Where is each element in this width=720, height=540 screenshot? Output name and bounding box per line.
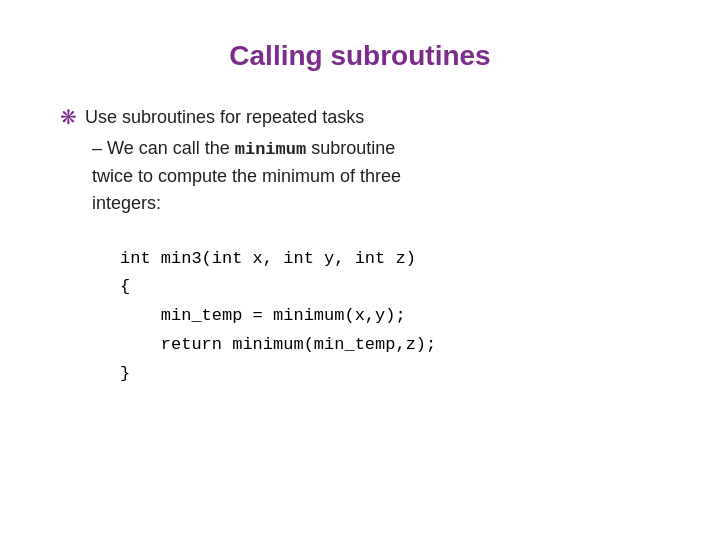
sub-line1-prefix: – We can call the: [92, 138, 235, 158]
code-line-2: {: [120, 273, 660, 302]
slide-title: Calling subroutines: [60, 40, 660, 72]
code-line-3: min_temp = minimum(x,y);: [120, 302, 660, 331]
code-line-4: return minimum(min_temp,z);: [120, 331, 660, 360]
sub-bullet-line1: – We can call the minimum subroutine: [92, 135, 660, 163]
sub-bullet-group: – We can call the minimum subroutine twi…: [92, 135, 660, 217]
slide-content: ❋ Use subroutines for repeated tasks – W…: [60, 104, 660, 389]
slide: Calling subroutines ❋ Use subroutines fo…: [0, 0, 720, 540]
bullet-star-icon: ❋: [60, 105, 77, 129]
code-line-1: int min3(int x, int y, int z): [120, 245, 660, 274]
main-bullet: ❋ Use subroutines for repeated tasks: [60, 104, 660, 131]
sub-line1-suffix: subroutine: [306, 138, 395, 158]
code-line-5: }: [120, 360, 660, 389]
sub-bullet-line3: integers:: [92, 190, 660, 217]
sub-line1-mono: minimum: [235, 140, 306, 159]
sub-bullet-line2: twice to compute the minimum of three: [92, 163, 660, 190]
code-block: int min3(int x, int y, int z) { min_temp…: [120, 245, 660, 389]
main-bullet-text: Use subroutines for repeated tasks: [85, 104, 364, 131]
